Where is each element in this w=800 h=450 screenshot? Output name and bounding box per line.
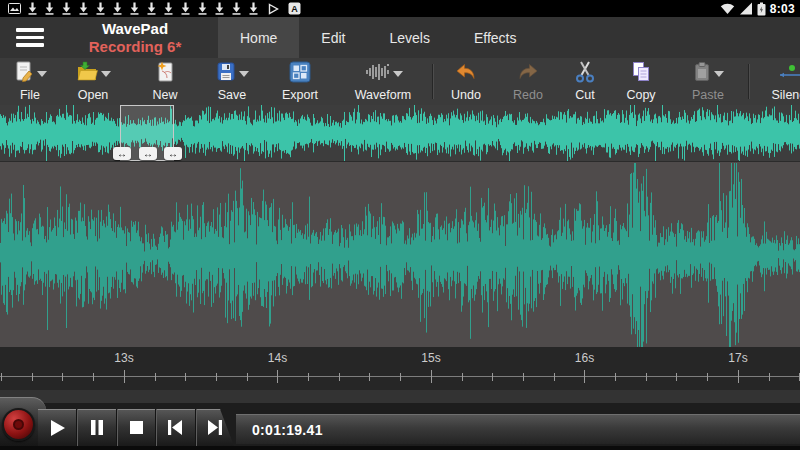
download-icon — [129, 2, 140, 15]
toolbar-separator — [748, 64, 750, 99]
app-header: WavePad Recording 6* Home Edit Levels Ef… — [0, 17, 800, 58]
ruler-minor-tick — [185, 373, 186, 381]
ribbon-tabs: Home Edit Levels Effects — [218, 17, 539, 58]
open-button[interactable]: Open — [66, 60, 120, 103]
main-waveform-view[interactable] — [0, 163, 800, 347]
ruler-minor-tick — [676, 373, 677, 381]
screenshot-icon — [8, 3, 21, 14]
download-icon — [163, 2, 174, 15]
download-icon — [44, 2, 55, 15]
ruler-minor-tick — [155, 373, 156, 381]
ruler-label: 17s — [728, 351, 747, 365]
ruler-minor-tick — [247, 373, 248, 381]
save-button[interactable]: Save — [206, 60, 258, 103]
ruler-minor-tick — [707, 373, 708, 381]
overview-waveform-strip[interactable]: ↔ ↔ ↔ — [0, 105, 800, 162]
bottom-edge — [0, 446, 800, 450]
toolbar-separator — [432, 64, 434, 99]
new-button[interactable]: New — [142, 60, 188, 103]
export-button[interactable]: Export — [272, 60, 328, 103]
skip-back-button[interactable] — [155, 409, 194, 446]
title-block: WavePad Recording 6* — [60, 17, 210, 58]
ruler-minor-tick — [769, 373, 770, 381]
record-icon — [13, 419, 24, 430]
copy-button[interactable]: Copy — [616, 60, 666, 103]
redo-icon — [517, 62, 539, 82]
file-button[interactable]: File — [4, 60, 56, 103]
ruler-minor-tick — [400, 373, 401, 381]
chevron-down-icon — [239, 71, 249, 77]
chevron-down-icon — [101, 71, 111, 77]
cut-button[interactable]: Cut — [564, 60, 606, 103]
chevron-down-icon — [714, 71, 724, 77]
waveform-button[interactable]: Waveform — [346, 60, 420, 103]
download-icon — [78, 2, 89, 15]
selection-handle-left[interactable]: ↔ — [113, 147, 131, 160]
document-title: Recording 6* — [89, 38, 182, 55]
record-button[interactable] — [2, 408, 35, 441]
copy-icon — [631, 61, 651, 83]
paste-clipboard-icon — [693, 61, 711, 83]
wifi-icon — [720, 2, 735, 15]
new-file-icon — [156, 61, 174, 83]
wavepad-app-window: A 8:03 WavePad Recording 6* Home Edit — [0, 0, 800, 450]
download-icon — [197, 2, 208, 15]
play-button[interactable] — [38, 409, 76, 446]
pause-icon — [90, 419, 104, 436]
transport-bar: 0:01:19.41 — [0, 390, 800, 450]
ruler-minor-tick — [523, 373, 524, 381]
skip-back-icon — [166, 419, 184, 436]
tab-home[interactable]: Home — [218, 17, 299, 58]
ruler-major-tick — [738, 370, 739, 383]
ruler-minor-tick — [554, 373, 555, 381]
selection-handle-middle[interactable]: ↔ — [139, 147, 157, 160]
download-icon — [248, 2, 259, 15]
ruler-label: 14s — [268, 351, 287, 365]
cell-signal-icon — [739, 2, 753, 15]
paste-button[interactable]: Paste — [680, 60, 736, 103]
undo-button[interactable]: Undo — [442, 60, 490, 103]
selection-handle-right[interactable]: ↔ — [164, 147, 182, 160]
ruler-minor-tick — [462, 373, 463, 381]
download-icon — [180, 2, 191, 15]
download-icon — [112, 2, 123, 15]
ruler-major-tick — [584, 370, 585, 383]
ruler-minor-tick — [646, 373, 647, 381]
download-icon — [27, 2, 38, 15]
waveform-icon — [364, 62, 390, 82]
download-icon — [146, 2, 157, 15]
ruler-minor-tick — [62, 373, 63, 381]
main-waveform-canvas[interactable] — [0, 163, 800, 347]
ruler-minor-tick — [492, 373, 493, 381]
battery-icon — [757, 2, 766, 16]
time-display-bar: 0:01:19.41 — [236, 414, 800, 444]
ruler-minor-tick — [93, 373, 94, 381]
export-icon — [289, 61, 311, 83]
ruler-minor-tick — [1, 373, 2, 381]
undo-icon — [455, 62, 477, 82]
ruler-major-tick — [277, 370, 278, 383]
ruler-major-tick — [124, 370, 125, 383]
ruler-minor-tick — [615, 373, 616, 381]
transport-buttons-housing — [38, 409, 234, 446]
menu-button[interactable] — [0, 17, 60, 58]
ruler-minor-tick — [32, 373, 33, 381]
skip-forward-button[interactable] — [195, 409, 234, 446]
android-status-bar: A 8:03 — [0, 0, 800, 17]
redo-button[interactable]: Redo — [504, 60, 552, 103]
ruler-label: 16s — [575, 351, 594, 365]
tab-effects[interactable]: Effects — [452, 17, 539, 58]
app-title: WavePad — [102, 20, 168, 37]
tab-levels[interactable]: Levels — [367, 17, 451, 58]
stop-icon — [129, 420, 144, 435]
stop-button[interactable] — [116, 409, 155, 446]
silence-button[interactable]: Silence — [762, 60, 800, 103]
chevron-down-icon — [37, 71, 47, 77]
home-toolbar: File Open New Save Export — [0, 58, 800, 105]
download-icon — [61, 2, 72, 15]
tab-edit[interactable]: Edit — [299, 17, 367, 58]
status-clock: 8:03 — [770, 2, 795, 16]
download-icons-group — [27, 2, 259, 15]
pause-button[interactable] — [76, 409, 115, 446]
download-icon — [231, 2, 242, 15]
